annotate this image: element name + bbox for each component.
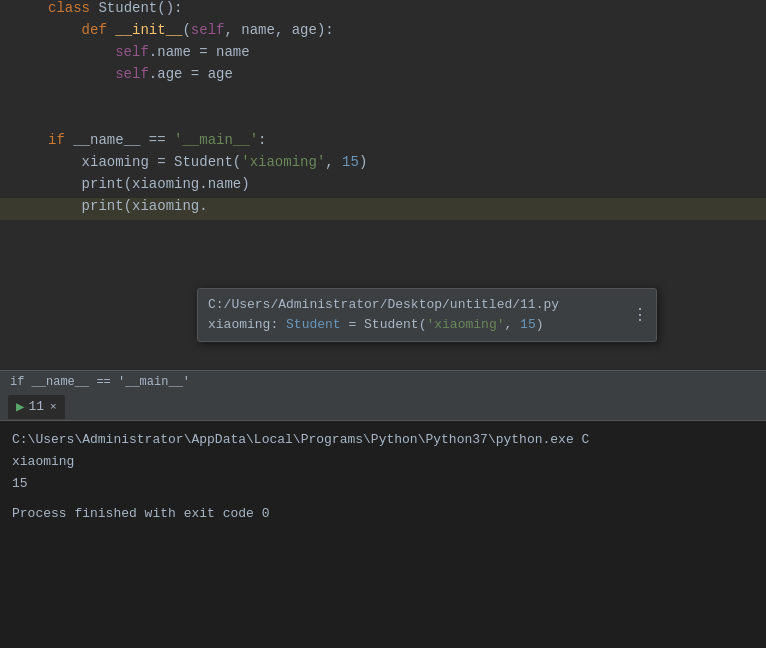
run-tab[interactable]: ▶ 11 ×: [8, 395, 65, 419]
tooltip-filepath: C:/Users/Administrator/Desktop/untitled/…: [208, 295, 559, 315]
tooltip-more-button[interactable]: ⋮: [632, 305, 648, 325]
code-line-content-6: [40, 110, 766, 126]
bottom-panel: ▶ 11 × C:\Users\Administrator\AppData\Lo…: [0, 392, 766, 648]
code-line-3: self.name = name: [0, 44, 766, 66]
code-line-content-10: print(xiaoming.: [40, 198, 766, 214]
tab-label: 11: [28, 399, 44, 414]
breadcrumb-text: if __name__ == '__main__': [10, 375, 190, 389]
output-line-2: 15: [12, 473, 754, 495]
code-line-content-9: print(xiaoming.name): [40, 176, 766, 192]
code-line-content-1: class Student():: [40, 0, 766, 16]
code-line-10: 💡 print(xiaoming.: [0, 198, 766, 220]
panel-header: ▶ 11 ×: [0, 393, 766, 421]
output-separator: [12, 495, 754, 503]
code-line-6: [0, 110, 766, 132]
code-line-4: self.age = age: [0, 66, 766, 88]
code-line-content-7: if __name__ == '__main__':: [40, 132, 766, 148]
cmd-line: C:\Users\Administrator\AppData\Local\Pro…: [12, 429, 754, 451]
code-line-1: class Student():: [0, 0, 766, 22]
code-line-content-5: [40, 88, 766, 104]
code-line-content-2: def __init__(self, name, age):: [40, 22, 766, 38]
code-line-content-8: xiaoming = Student('xiaoming', 15): [40, 154, 766, 170]
tooltip-var-line: xiaoming: Student = Student('xiaoming', …: [208, 315, 646, 335]
code-line-8: xiaoming = Student('xiaoming', 15): [0, 154, 766, 176]
close-tab-button[interactable]: ×: [50, 401, 57, 413]
debug-breadcrumb: if __name__ == '__main__': [0, 370, 766, 392]
code-line-2: def __init__(self, name, age):: [0, 22, 766, 44]
process-exit-line: Process finished with exit code 0: [12, 503, 754, 525]
variable-tooltip: C:/Users/Administrator/Desktop/untitled/…: [197, 288, 657, 342]
panel-output: C:\Users\Administrator\AppData\Local\Pro…: [0, 421, 766, 533]
code-line-9: print(xiaoming.name): [0, 176, 766, 198]
code-line-7: if __name__ == '__main__':: [0, 132, 766, 154]
code-line-content-4: self.age = age: [40, 66, 766, 82]
run-icon: ▶: [16, 398, 24, 415]
tooltip-var-name: xiaoming: Student = Student('xiaoming', …: [208, 315, 544, 335]
code-line-content-3: self.name = name: [40, 44, 766, 60]
code-editor[interactable]: class Student(): def __init__(self, name…: [0, 0, 766, 370]
tooltip-filepath-line: C:/Users/Administrator/Desktop/untitled/…: [208, 295, 646, 315]
code-line-5: [0, 88, 766, 110]
output-line-1: xiaoming: [12, 451, 754, 473]
